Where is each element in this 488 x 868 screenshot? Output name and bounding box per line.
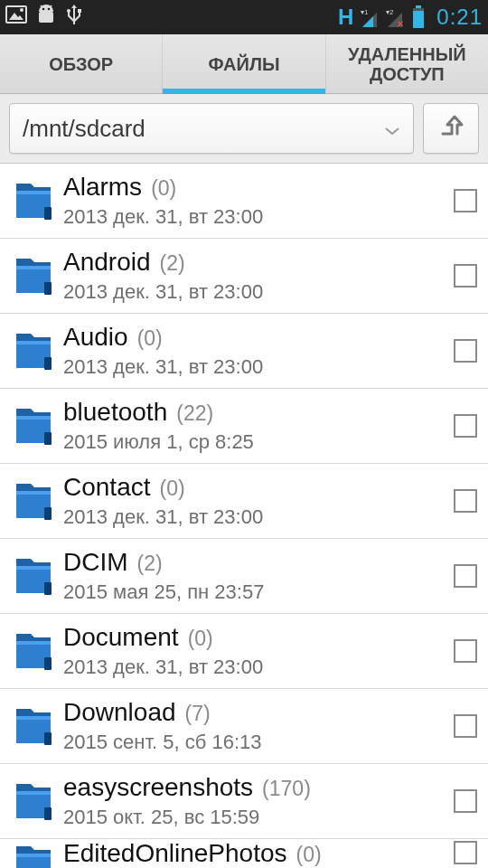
folder-icon: [13, 628, 54, 674]
list-item[interactable]: Android(2)2013 дек. 31, вт 23:00: [0, 239, 488, 314]
folder-icon: [13, 253, 54, 298]
item-count: (0): [188, 627, 213, 651]
list-item[interactable]: Document(0)2013 дек. 31, вт 23:00: [0, 614, 488, 689]
chevron-down-icon: [384, 115, 400, 143]
file-list[interactable]: Alarms(0)2013 дек. 31, вт 23:00Android(2…: [0, 164, 488, 868]
folder-icon: [13, 841, 54, 868]
item-name: EditedOnlinePhotos: [63, 839, 287, 868]
list-item[interactable]: Download(7)2015 сент. 5, сб 16:13: [0, 689, 488, 764]
folder-icon: [13, 403, 54, 448]
item-count: (170): [262, 777, 311, 801]
item-checkbox[interactable]: [454, 414, 477, 438]
list-item[interactable]: Contact(0)2013 дек. 31, вт 23:00: [0, 464, 488, 539]
tab-label: ФАЙЛЫ: [208, 54, 279, 74]
item-date: 2015 июля 1, ср 8:25: [63, 430, 443, 454]
item-date: 2013 дек. 31, вт 23:00: [63, 280, 443, 304]
svg-rect-9: [78, 9, 81, 13]
signal-sim2-icon: ▾2 ✕: [386, 7, 404, 27]
item-date: 2013 дек. 31, вт 23:00: [63, 656, 443, 679]
item-checkbox[interactable]: [454, 789, 477, 813]
tab-files[interactable]: ФАЙЛЫ: [163, 34, 325, 93]
item-count: (0): [137, 326, 163, 351]
item-checkbox[interactable]: [454, 841, 477, 864]
tab-label: ОБЗОР: [49, 54, 113, 74]
list-item[interactable]: Audio(0)2013 дек. 31, вт 23:00: [0, 314, 488, 389]
svg-rect-0: [6, 6, 26, 23]
item-name: Android: [63, 248, 151, 277]
item-checkbox[interactable]: [454, 189, 477, 212]
item-date: 2015 сент. 5, сб 16:13: [63, 731, 443, 754]
item-count: (0): [296, 843, 322, 867]
item-date: 2015 окт. 25, вс 15:59: [63, 806, 443, 829]
item-date: 2015 мая 25, пн 23:57: [63, 580, 443, 604]
item-count: (2): [137, 552, 163, 576]
svg-rect-3: [39, 12, 53, 23]
folder-icon: [13, 778, 54, 824]
list-item[interactable]: DCIM(2)2015 мая 25, пн 23:57: [0, 539, 488, 614]
svg-text:✕: ✕: [397, 19, 404, 27]
folder-icon: [13, 553, 54, 599]
usb-icon: [65, 3, 83, 32]
item-count: (0): [151, 176, 176, 201]
picture-icon: [5, 5, 27, 29]
svg-point-8: [67, 9, 70, 13]
list-item[interactable]: easyscreenshots(170)2015 окт. 25, вс 15:…: [0, 764, 488, 839]
path-dropdown[interactable]: /mnt/sdcard: [9, 103, 414, 154]
tab-overview[interactable]: ОБЗОР: [0, 34, 163, 93]
svg-point-4: [42, 8, 45, 11]
item-checkbox[interactable]: [454, 264, 477, 288]
folder-icon: [13, 328, 54, 373]
svg-marker-1: [9, 13, 23, 20]
tab-bar: ОБЗОР ФАЙЛЫ УДАЛЕННЫЙ ДОСТУП: [0, 34, 488, 94]
signal-sim1-icon: ▾1: [361, 7, 379, 27]
item-date: 2013 дек. 31, вт 23:00: [63, 205, 443, 229]
item-count: (7): [185, 702, 211, 726]
list-item[interactable]: bluetooth(22)2015 июля 1, ср 8:25: [0, 389, 488, 464]
up-arrow-icon: [437, 114, 465, 143]
item-count: (2): [160, 251, 185, 276]
list-item[interactable]: EditedOnlinePhotos(0): [0, 839, 488, 868]
item-name: easyscreenshots: [63, 773, 253, 802]
item-checkbox[interactable]: [454, 639, 477, 663]
item-count: (0): [160, 476, 185, 501]
item-count: (22): [176, 401, 213, 426]
item-name: bluetooth: [63, 398, 167, 427]
item-name: Contact: [63, 473, 151, 502]
folder-icon: [13, 703, 54, 749]
item-checkbox[interactable]: [454, 564, 477, 588]
path-row: /mnt/sdcard: [0, 94, 488, 164]
network-type-icon: H: [338, 5, 353, 30]
tab-remote[interactable]: УДАЛЕННЫЙ ДОСТУП: [326, 34, 488, 93]
up-button[interactable]: [423, 103, 479, 154]
item-date: 2013 дек. 31, вт 23:00: [63, 355, 443, 379]
android-icon: [34, 5, 58, 30]
svg-point-2: [20, 8, 23, 12]
item-name: Document: [63, 623, 179, 652]
tab-label: УДАЛЕННЫЙ ДОСТУП: [332, 44, 483, 84]
status-clock: 0:21: [436, 5, 483, 30]
folder-icon: [13, 478, 54, 524]
svg-rect-16: [416, 5, 421, 8]
path-text: /mnt/sdcard: [23, 115, 384, 143]
item-name: DCIM: [63, 548, 128, 577]
battery-icon: [411, 5, 426, 29]
folder-icon: [13, 178, 54, 223]
svg-text:▾2: ▾2: [386, 8, 394, 16]
item-name: Alarms: [63, 173, 142, 202]
status-bar: H ▾1 ▾2 ✕ 0:21: [0, 0, 488, 34]
svg-point-5: [48, 8, 51, 11]
item-checkbox[interactable]: [454, 714, 477, 738]
svg-rect-18: [413, 11, 424, 28]
svg-text:▾1: ▾1: [361, 8, 369, 16]
list-item[interactable]: Alarms(0)2013 дек. 31, вт 23:00: [0, 164, 488, 239]
item-date: 2013 дек. 31, вт 23:00: [63, 505, 443, 529]
svg-marker-12: [362, 16, 373, 27]
item-checkbox[interactable]: [454, 489, 477, 513]
item-name: Download: [63, 698, 176, 727]
item-name: Audio: [63, 323, 128, 352]
item-checkbox[interactable]: [454, 339, 477, 363]
